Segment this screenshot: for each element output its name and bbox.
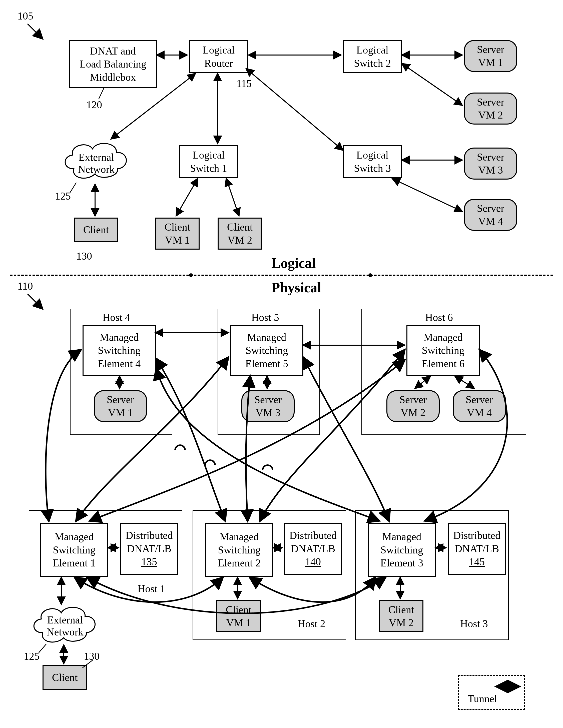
svg-line-19 [455,376,474,388]
svg-line-30 [39,644,46,653]
svg-line-31 [83,660,93,668]
svg-line-18 [415,376,430,388]
physical-arrows [0,0,563,728]
diagram-canvas: 105 DNAT and Load Balancing Middlebox Lo… [0,0,563,728]
